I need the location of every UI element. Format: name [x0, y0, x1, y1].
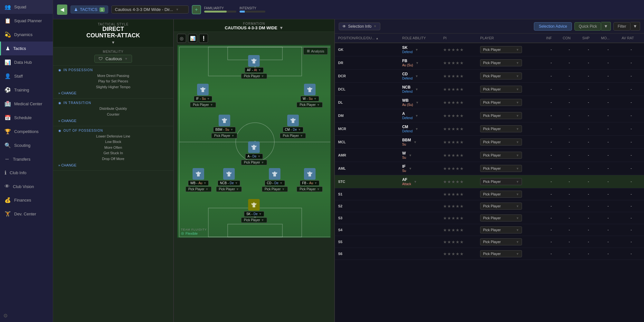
in-transition-change-btn[interactable]: » CHANGE: [58, 119, 76, 123]
dr-role-badge[interactable]: FB - Au ▼: [300, 180, 319, 186]
col-pi[interactable]: PI: [440, 33, 477, 43]
pitch-bar-chart-icon-btn[interactable]: 📊: [188, 34, 197, 43]
dcr-role-badge[interactable]: CD - De ▼: [265, 180, 285, 186]
aml-role-badge[interactable]: IF - Su ▼: [194, 96, 212, 101]
role-dropdown-arrow[interactable]: ▼: [416, 61, 419, 65]
con-cell: -: [560, 248, 579, 260]
sidebar-item-data-hub[interactable]: 📊 Data Hub: [0, 55, 53, 69]
sidebar-item-medical[interactable]: 🏥 Medical Center: [0, 97, 53, 111]
dm-pick-player-btn[interactable]: Pick Player ▼: [241, 160, 267, 165]
pick-player-dropdown[interactable]: Pick Player ▼: [480, 59, 522, 66]
role-dropdown-arrow[interactable]: ▼: [415, 48, 418, 52]
stc-role-badge[interactable]: AF - At ▼: [245, 67, 263, 73]
pick-player-dropdown[interactable]: Pick Player ▼: [480, 191, 522, 198]
col-con[interactable]: CON: [560, 33, 579, 43]
quick-pick-dropdown-button[interactable]: ▼: [601, 22, 611, 31]
pick-player-dropdown[interactable]: Pick Player ▼: [480, 138, 522, 146]
pick-player-dropdown[interactable]: Pick Player ▼: [480, 203, 522, 210]
sidebar-item-tactics[interactable]: ♟ Tactics: [0, 42, 53, 55]
role-dropdown-arrow[interactable]: ▼: [414, 180, 417, 184]
gk-pick-player-btn[interactable]: Pick Player ▼: [241, 217, 267, 223]
inf-cell: -: [543, 188, 560, 200]
col-player[interactable]: PLAYER: [477, 33, 543, 43]
sidebar-item-squad[interactable]: 👥 Squad: [0, 0, 53, 14]
filter-dropdown-button[interactable]: ▼: [630, 22, 640, 31]
pick-player-dropdown[interactable]: Pick Player ▼: [480, 99, 522, 106]
col-position[interactable]: POSITION/ROLE/DU...: [335, 33, 399, 43]
role-dropdown-arrow[interactable]: ▼: [416, 101, 419, 104]
amr-pick-player-btn[interactable]: Pick Player ▼: [297, 102, 323, 108]
sidebar-item-dynamics[interactable]: 💫 Dynamics: [0, 28, 53, 42]
sidebar-item-staff[interactable]: 👤 Staff: [0, 69, 53, 83]
mcl-pick-player-btn[interactable]: Pick Player ▼: [211, 133, 237, 138]
star-1: ★: [447, 140, 451, 145]
mentality-selector[interactable]: 🛡 Cautious ▼: [94, 55, 132, 63]
sidebar-item-schedule[interactable]: 📅 Schedule: [0, 111, 53, 125]
col-role-ability[interactable]: ROLE ABILITY: [399, 33, 440, 43]
sidebar-item-transfers[interactable]: ↔ Transfers: [0, 152, 53, 166]
sidebar-item-finances[interactable]: 💰 Finances: [0, 193, 53, 207]
dcr-shirt: [269, 168, 280, 180]
col-inf[interactable]: INF: [543, 33, 560, 43]
tactical-style-dropdown[interactable]: ▼: [111, 40, 115, 45]
pick-player-dropdown[interactable]: Pick Player ▼: [480, 86, 522, 93]
dl-role-badge[interactable]: WB - Au ▼: [188, 180, 209, 186]
pick-player-dropdown[interactable]: Pick Player ▼: [480, 72, 522, 80]
dcl-pick-player-btn[interactable]: Pick Player ▼: [216, 186, 242, 192]
pick-player-dropdown[interactable]: Pick Player ▼: [480, 214, 522, 222]
role-dropdown-arrow[interactable]: ▼: [415, 127, 418, 131]
col-av-rat[interactable]: AV RAT: [619, 33, 644, 43]
sidebar-item-training[interactable]: ⚽ Training: [0, 83, 53, 97]
pick-player-dropdown[interactable]: Pick Player ▼: [480, 152, 522, 159]
settings-icon[interactable]: ⚙: [3, 313, 8, 318]
pitch-circle-icon-btn[interactable]: ◎: [177, 34, 186, 43]
pick-player-dropdown[interactable]: Pick Player ▼: [480, 238, 522, 245]
analysis-button[interactable]: ⊞ Analysis: [303, 47, 328, 55]
dl-pick-player-btn[interactable]: Pick Player ▼: [185, 186, 212, 192]
formation-selector[interactable]: Cautious 4-3-3 DM Wide - Dir... ▼: [111, 5, 189, 14]
mcl-role-badge[interactable]: BBM - Su ▼: [213, 127, 236, 132]
sidebar-item-dev-center[interactable]: 🏋 Dev. Center: [0, 207, 53, 221]
add-tactic-button[interactable]: +: [192, 5, 201, 14]
pick-player-dropdown[interactable]: Pick Player ▼: [480, 46, 522, 53]
pick-player-dropdown[interactable]: Pick Player ▼: [480, 165, 522, 172]
selection-advice-button[interactable]: Selection Advice: [534, 22, 572, 31]
dcr-pick-player-btn[interactable]: Pick Player ▼: [262, 186, 288, 192]
selection-info-badge[interactable]: 👁 Selection Info ▼: [339, 23, 380, 30]
sidebar-item-competitions[interactable]: 🏆 Competitions: [0, 125, 53, 138]
pick-player-dropdown[interactable]: Pick Player ▼: [480, 250, 522, 257]
filter-button[interactable]: Filter: [613, 22, 630, 31]
dr-pick-player-btn[interactable]: Pick Player ▼: [297, 186, 323, 192]
role-dropdown-arrow[interactable]: ▼: [415, 74, 418, 78]
dm-role-badge[interactable]: A - De ▼: [245, 154, 263, 159]
in-possession-change-btn[interactable]: » CHANGE: [58, 91, 76, 95]
back-button[interactable]: ◀: [57, 5, 67, 15]
sidebar-item-club-vision[interactable]: 👁 Club Vision: [0, 180, 53, 193]
sidebar-item-club-info[interactable]: ℹ Club Info: [0, 166, 53, 180]
mcr-role-badge[interactable]: CM - De ▼: [283, 127, 303, 132]
pick-player-dropdown[interactable]: Pick Player ▼: [480, 178, 522, 185]
aml-pick-player-btn[interactable]: Pick Player ▼: [190, 102, 216, 108]
gk-role-badge[interactable]: SK - De ▼: [244, 211, 264, 217]
sidebar-item-scouting[interactable]: 🔍 Scouting: [0, 138, 53, 152]
sidebar-item-squad-planner[interactable]: 📋 Squad Planner: [0, 14, 53, 28]
stc-pick-player-btn[interactable]: Pick Player ▼: [241, 73, 267, 79]
dcl-role-badge[interactable]: NCB - De ▼: [218, 180, 240, 186]
role-dropdown-arrow[interactable]: ▼: [415, 114, 418, 118]
pick-player-dropdown[interactable]: Pick Player ▼: [480, 226, 522, 233]
out-of-possession-header: ◉ OUT OF POSSESSION: [58, 129, 168, 132]
role-dropdown-arrow[interactable]: ▼: [409, 167, 412, 170]
amr-role-badge[interactable]: W - Su ▼: [300, 96, 319, 101]
pick-player-dropdown[interactable]: Pick Player ▼: [480, 112, 522, 119]
role-dropdown-arrow[interactable]: ▼: [415, 88, 418, 91]
col-shp[interactable]: SHP: [579, 33, 598, 43]
formation-name-dropdown[interactable]: ▼: [279, 25, 283, 30]
out-possession-change-btn[interactable]: » CHANGE: [58, 163, 76, 167]
col-mo[interactable]: MO...: [598, 33, 619, 43]
pitch-info-icon-btn[interactable]: ❕: [199, 34, 208, 43]
mcr-pick-player-btn[interactable]: Pick Player ▼: [280, 133, 306, 138]
quick-pick-button[interactable]: Quick Pick: [574, 22, 601, 31]
role-dropdown-arrow[interactable]: ▼: [413, 140, 417, 144]
pick-player-dropdown[interactable]: Pick Player ▼: [480, 125, 522, 132]
role-dropdown-arrow[interactable]: ▼: [409, 154, 412, 157]
